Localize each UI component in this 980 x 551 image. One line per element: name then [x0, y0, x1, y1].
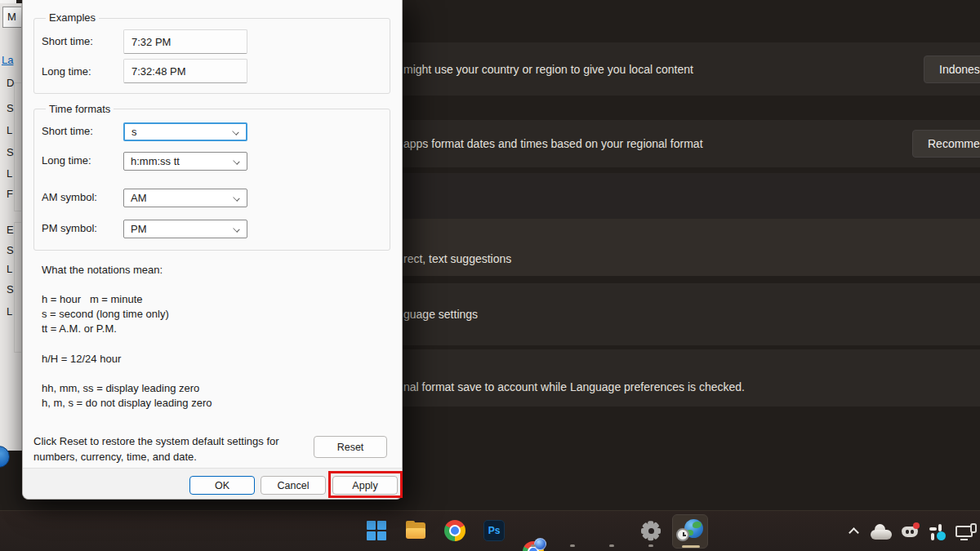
clock-icon — [676, 528, 689, 541]
globe-badge-icon — [534, 538, 546, 550]
pm-symbol-value: PM — [131, 223, 147, 235]
partial-label: L — [7, 305, 12, 318]
long-time-format-value: h:mm:ss tt — [131, 155, 180, 167]
settings-row-country-region[interactable]: might use your country or region to give… — [390, 42, 980, 96]
long-time-example-value: 7:32:48 PM — [131, 65, 186, 78]
pm-symbol-label: PM symbol: — [42, 222, 97, 234]
country-dropdown-button[interactable]: Indones — [924, 56, 980, 83]
long-time-example-label: Long time: — [42, 65, 91, 78]
red-highlight-annotation — [328, 471, 403, 498]
long-time-example-field: 7:32:48 PM — [123, 59, 247, 83]
partial-label: L — [7, 263, 12, 275]
regional-format-dropdown-button[interactable]: Recommen — [912, 130, 980, 158]
short-time-example-label: Short time: — [42, 35, 93, 47]
hardware-plug-icon — [970, 523, 977, 533]
am-symbol-label: AM symbol: — [42, 191, 97, 203]
customize-format-dialog: Examples Short time: 7:32 PM Long time: … — [22, 0, 403, 500]
settings-row-regional-format[interactable]: apps format dates and times based on you… — [390, 120, 980, 167]
partial-label: D — [7, 77, 14, 89]
notation-line: h = hour m = minute — [42, 293, 143, 305]
settings-row-text: rect, text suggestions — [390, 252, 511, 265]
settings-row-typing[interactable]: rect, text suggestions — [390, 219, 980, 276]
slack-status-dot — [937, 531, 946, 540]
active-window-indicator — [682, 545, 700, 548]
pm-symbol-combo[interactable]: PM — [123, 220, 247, 238]
ok-button[interactable]: OK — [189, 476, 255, 495]
file-explorer-icon[interactable] — [405, 520, 426, 541]
reset-description: Click Reset to restore the system defaul… — [33, 433, 314, 464]
settings-row-language-settings[interactable]: guage settings — [390, 283, 980, 345]
partial-label: F — [7, 188, 13, 200]
group-box-edge — [14, 82, 22, 211]
chevron-down-icon — [233, 158, 239, 164]
notation-line: tt = A.M. or P.M. — [42, 322, 117, 335]
chevron-down-icon — [233, 225, 239, 232]
long-time-format-combo[interactable]: h:mm:ss tt — [123, 152, 247, 171]
date-time-region-active-app[interactable] — [672, 514, 708, 549]
notation-line: h, m, s = do not display leading zero — [42, 397, 212, 409]
partial-label: L — [7, 124, 12, 136]
cancel-button[interactable]: Cancel — [261, 476, 326, 495]
settings-row-text: apps format dates and times based on you… — [390, 137, 703, 150]
dialog-footer: OK Cancel Apply — [23, 468, 402, 499]
background-window-top-edge — [0, 0, 16, 3]
region-dialog-partial-window: M La D S L S L F E S L S L — [0, 3, 22, 451]
settings-row-account-format[interactable]: nal format save to account while Languag… — [390, 349, 980, 407]
running-indicator — [531, 544, 536, 547]
notation-line: hh, mm, ss = display leading zero — [42, 382, 199, 394]
chevron-down-icon — [233, 194, 239, 201]
partial-label: E — [7, 224, 14, 236]
language-preferences-link-partial[interactable]: La — [2, 54, 13, 66]
long-time-format-label: Long time: — [42, 154, 91, 167]
short-time-example-value: 7:32 PM — [131, 36, 171, 48]
show-hidden-icons-chevron[interactable] — [849, 527, 859, 538]
discord-tray-badge — [913, 522, 920, 529]
partial-label: S — [7, 102, 14, 114]
short-time-format-combo[interactable]: s — [123, 122, 247, 141]
examples-group-label: Examples — [46, 11, 99, 24]
short-time-format-value: s — [131, 126, 137, 138]
am-symbol-combo[interactable]: AM — [123, 189, 247, 207]
settings-row-text: guage settings — [390, 308, 478, 321]
time-formats-group-label: Time formats — [46, 103, 114, 115]
photoshop-icon[interactable]: Ps — [483, 520, 505, 541]
partial-label: S — [7, 283, 14, 295]
display-hardware-icon — [960, 539, 968, 540]
format-combo-partial[interactable]: M — [2, 7, 22, 28]
settings-row-expanded[interactable] — [390, 173, 980, 219]
start-button-icon[interactable] — [366, 520, 387, 541]
reset-button[interactable]: Reset — [314, 436, 387, 458]
partial-label: S — [7, 146, 14, 158]
running-indicator — [570, 544, 575, 547]
partial-label: S — [7, 244, 14, 256]
notation-line: h/H = 12/24 hour — [42, 353, 121, 365]
chevron-down-icon — [232, 128, 238, 135]
notation-line: s = second (long time only) — [42, 308, 169, 320]
slack-tray-icon[interactable] — [929, 524, 947, 542]
discord-tray-icon[interactable] — [901, 524, 919, 540]
short-time-format-label: Short time: — [42, 125, 93, 137]
running-indicator — [648, 544, 653, 547]
chrome-icon[interactable] — [444, 520, 466, 541]
taskbar: Ps A 2 — [0, 510, 980, 551]
settings-row-text: nal format save to account while Languag… — [390, 380, 745, 393]
partial-label: L — [7, 167, 12, 180]
settings-row-text: might use your country or region to give… — [390, 63, 693, 76]
onedrive-cloud-icon[interactable] — [871, 530, 892, 540]
group-box-edge — [14, 222, 22, 353]
settings-gear-icon[interactable] — [640, 520, 662, 541]
short-time-example-field: 7:32 PM — [123, 29, 247, 54]
running-indicator — [609, 544, 614, 547]
notation-title: What the notations mean: — [42, 264, 163, 276]
am-symbol-value: AM — [131, 192, 147, 204]
